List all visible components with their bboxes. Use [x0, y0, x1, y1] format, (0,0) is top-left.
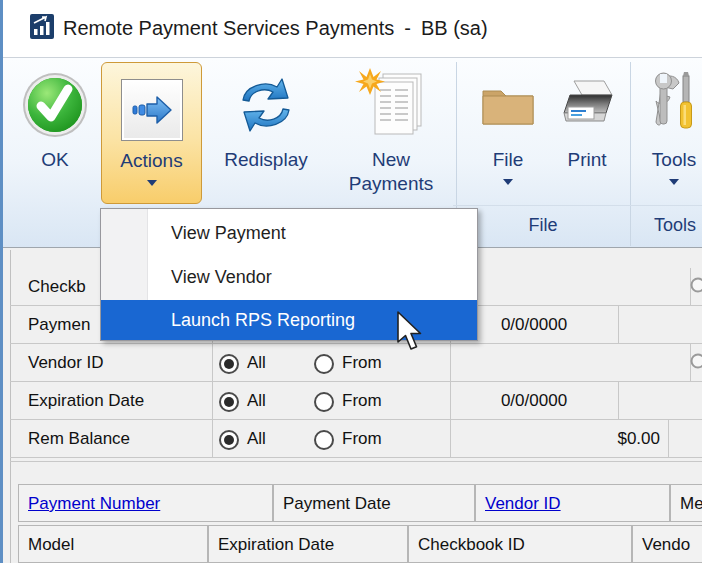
- rem-balance-field[interactable]: $0.00: [450, 420, 660, 458]
- panel-left-border: [10, 250, 11, 563]
- file-button[interactable]: File: [471, 62, 545, 204]
- vendor-id-all-radio[interactable]: [219, 354, 239, 374]
- field-divider: [618, 382, 619, 419]
- vendor-id-field[interactable]: [450, 344, 690, 382]
- chevron-down-icon: [147, 180, 157, 186]
- new-payments-button-label: NewPayments: [329, 148, 453, 196]
- field-divider: [618, 306, 619, 343]
- magnifier-icon[interactable]: [689, 352, 702, 376]
- filter-label-rem-balance: Rem Balance: [28, 420, 130, 458]
- field-divider: [668, 420, 669, 457]
- print-button-label: Print: [551, 148, 623, 172]
- vendor-id-from-label: From: [342, 344, 382, 382]
- green-check-icon: [11, 62, 99, 148]
- column-header-payment-date: Payment Date: [273, 484, 475, 522]
- section-divider: [10, 461, 702, 462]
- actions-button[interactable]: Actions: [101, 62, 202, 204]
- rem-balance-all-radio[interactable]: [219, 430, 239, 450]
- rem-balance-from-radio[interactable]: [314, 430, 334, 450]
- folder-icon: [471, 62, 545, 148]
- printer-icon: [551, 62, 623, 148]
- chevron-down-icon: [669, 179, 679, 185]
- bar-chart-icon: [30, 13, 55, 44]
- menu-item-launch-rps-reporting[interactable]: Launch RPS Reporting: [101, 300, 477, 340]
- blue-forward-arrow-icon: [102, 63, 201, 149]
- file-button-label: File: [471, 148, 545, 172]
- tools-button-label: Tools: [639, 148, 702, 172]
- group-caption-tools: Tools: [630, 208, 702, 242]
- column-header-expiration-date: Expiration Date: [208, 525, 408, 563]
- title-separator: -: [404, 17, 411, 39]
- expiration-all-label: All: [247, 382, 266, 420]
- column-header-payment-number[interactable]: Payment Number: [18, 484, 273, 522]
- column-header-vendor-name: Vendo: [632, 525, 702, 563]
- caption-divider: [453, 205, 702, 206]
- menu-item-view-payment[interactable]: View Payment: [101, 212, 477, 255]
- filter-label-expiration-date: Expiration Date: [28, 382, 144, 420]
- chevron-down-icon: [503, 179, 513, 185]
- column-header-checkbook-id: Checkbook ID: [408, 525, 632, 563]
- tools-button[interactable]: Tools: [639, 62, 702, 204]
- new-payments-button[interactable]: NewPayments: [329, 62, 453, 204]
- expiration-date-field[interactable]: 0/0/0000: [450, 382, 618, 420]
- window-title-text: Remote Payment Services Payments: [63, 17, 394, 39]
- menu-item-view-vendor[interactable]: View Vendor: [101, 256, 477, 299]
- rem-balance-from-label: From: [342, 420, 382, 458]
- vendor-id-from-radio[interactable]: [314, 354, 334, 374]
- wrench-screwdriver-icon: [639, 62, 702, 148]
- redisplay-button-label: Redisplay: [207, 148, 325, 172]
- column-header-model: Model: [18, 525, 208, 563]
- actions-button-label: Actions: [102, 149, 201, 173]
- group-caption-file: File: [456, 208, 630, 242]
- filter-label-checkbook: Checkb: [28, 268, 86, 306]
- new-documents-star-icon: [329, 62, 453, 148]
- filter-label-payment: Paymen: [28, 306, 90, 344]
- app-window: Remote Payment Services Payments-BB (sa)…: [0, 0, 702, 563]
- expiration-all-radio[interactable]: [219, 392, 239, 412]
- window-title: Remote Payment Services Payments-BB (sa): [63, 0, 488, 57]
- filter-label-vendor-id: Vendor ID: [28, 344, 104, 382]
- print-button[interactable]: Print: [551, 62, 623, 204]
- vendor-id-all-label: All: [247, 344, 266, 382]
- rem-balance-all-label: All: [247, 420, 266, 458]
- redisplay-button[interactable]: Redisplay: [207, 62, 325, 204]
- checkbook-field[interactable]: [450, 268, 690, 306]
- ok-button-label: OK: [11, 148, 99, 172]
- column-header-method: Me: [670, 484, 702, 522]
- refresh-icon: [207, 62, 325, 148]
- expiration-from-label: From: [342, 382, 382, 420]
- magnifier-icon[interactable]: [689, 276, 702, 300]
- actions-dropdown-menu: View Payment View Vendor Launch RPS Repo…: [100, 208, 478, 341]
- ok-button[interactable]: OK: [11, 62, 99, 204]
- title-bar: Remote Payment Services Payments-BB (sa): [3, 0, 702, 58]
- session-user: BB (sa): [421, 17, 488, 39]
- expiration-from-radio[interactable]: [314, 392, 334, 412]
- column-header-vendor-id[interactable]: Vendor ID: [475, 484, 670, 522]
